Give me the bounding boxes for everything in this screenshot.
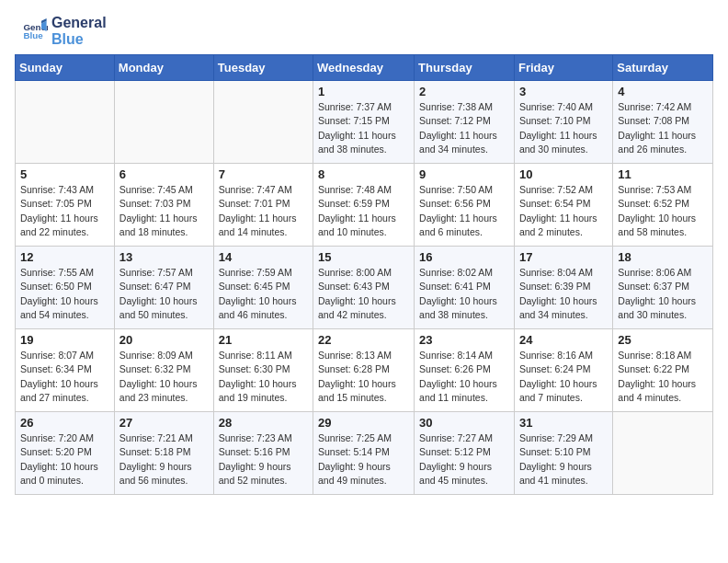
calendar-cell: 23Sunrise: 8:14 AM Sunset: 6:26 PM Dayli… (415, 329, 515, 412)
calendar-cell: 21Sunrise: 8:11 AM Sunset: 6:30 PM Dayli… (213, 329, 313, 412)
day-number: 27 (119, 416, 209, 430)
day-number: 9 (419, 167, 509, 181)
day-number: 19 (20, 333, 109, 347)
logo-blue: Blue (51, 31, 107, 48)
day-info: Sunrise: 8:06 AM Sunset: 6:37 PM Dayligh… (618, 266, 708, 322)
header: General Blue General Blue (0, 0, 728, 54)
weekday-header-sunday: Sunday (16, 55, 115, 81)
day-info: Sunrise: 8:11 AM Sunset: 6:30 PM Dayligh… (219, 349, 308, 405)
day-info: Sunrise: 7:50 AM Sunset: 6:56 PM Dayligh… (419, 183, 509, 239)
day-number: 23 (419, 333, 509, 347)
day-info: Sunrise: 8:07 AM Sunset: 6:34 PM Dayligh… (20, 349, 109, 405)
day-number: 25 (618, 333, 708, 347)
day-number: 7 (219, 167, 308, 181)
weekday-header-friday: Friday (514, 55, 612, 81)
day-number: 18 (618, 250, 708, 264)
weekday-header-monday: Monday (114, 55, 213, 81)
day-number: 24 (519, 333, 608, 347)
calendar-cell: 15Sunrise: 8:00 AM Sunset: 6:43 PM Dayli… (313, 247, 415, 329)
day-info: Sunrise: 7:23 AM Sunset: 5:16 PM Dayligh… (219, 431, 308, 488)
calendar-cell: 4Sunrise: 7:42 AM Sunset: 7:08 PM Daylig… (613, 81, 713, 164)
weekday-header-tuesday: Tuesday (213, 55, 313, 81)
weekday-header-thursday: Thursday (415, 55, 515, 81)
calendar-week-row: 1Sunrise: 7:37 AM Sunset: 7:15 PM Daylig… (16, 81, 713, 164)
calendar-cell: 3Sunrise: 7:40 AM Sunset: 7:10 PM Daylig… (514, 81, 612, 164)
calendar-cell: 14Sunrise: 7:59 AM Sunset: 6:45 PM Dayli… (213, 247, 313, 329)
calendar-cell: 2Sunrise: 7:38 AM Sunset: 7:12 PM Daylig… (415, 81, 515, 164)
calendar-cell: 26Sunrise: 7:20 AM Sunset: 5:20 PM Dayli… (16, 412, 115, 495)
day-number: 22 (318, 333, 409, 347)
day-info: Sunrise: 8:04 AM Sunset: 6:39 PM Dayligh… (519, 266, 608, 322)
day-number: 17 (519, 250, 608, 264)
calendar-cell: 29Sunrise: 7:25 AM Sunset: 5:14 PM Dayli… (313, 412, 415, 495)
day-number: 2 (419, 85, 509, 98)
calendar-cell: 31Sunrise: 7:29 AM Sunset: 5:10 PM Dayli… (514, 412, 612, 495)
calendar-cell: 17Sunrise: 8:04 AM Sunset: 6:39 PM Dayli… (514, 247, 612, 329)
day-info: Sunrise: 7:57 AM Sunset: 6:47 PM Dayligh… (119, 266, 209, 322)
day-number: 8 (318, 167, 409, 181)
day-info: Sunrise: 7:48 AM Sunset: 6:59 PM Dayligh… (318, 183, 409, 239)
calendar-cell: 24Sunrise: 8:16 AM Sunset: 6:24 PM Dayli… (514, 329, 612, 412)
day-info: Sunrise: 7:29 AM Sunset: 5:10 PM Dayligh… (519, 431, 608, 488)
calendar-cell: 11Sunrise: 7:53 AM Sunset: 6:52 PM Dayli… (613, 164, 713, 247)
day-info: Sunrise: 8:16 AM Sunset: 6:24 PM Dayligh… (519, 349, 608, 405)
day-info: Sunrise: 7:37 AM Sunset: 7:15 PM Dayligh… (318, 100, 409, 156)
day-info: Sunrise: 7:21 AM Sunset: 5:18 PM Dayligh… (119, 431, 209, 488)
calendar-cell: 25Sunrise: 8:18 AM Sunset: 6:22 PM Dayli… (613, 329, 713, 412)
day-info: Sunrise: 7:55 AM Sunset: 6:50 PM Dayligh… (20, 266, 109, 322)
day-info: Sunrise: 8:14 AM Sunset: 6:26 PM Dayligh… (419, 349, 509, 405)
day-number: 16 (419, 250, 509, 264)
calendar-week-row: 12Sunrise: 7:55 AM Sunset: 6:50 PM Dayli… (16, 247, 713, 329)
calendar-cell: 22Sunrise: 8:13 AM Sunset: 6:28 PM Dayli… (313, 329, 415, 412)
calendar-cell: 13Sunrise: 7:57 AM Sunset: 6:47 PM Dayli… (114, 247, 213, 329)
calendar-cell: 9Sunrise: 7:50 AM Sunset: 6:56 PM Daylig… (415, 164, 515, 247)
calendar-cell: 10Sunrise: 7:52 AM Sunset: 6:54 PM Dayli… (514, 164, 612, 247)
day-number: 11 (618, 167, 708, 181)
day-number: 20 (119, 333, 209, 347)
calendar-week-row: 5Sunrise: 7:43 AM Sunset: 7:05 PM Daylig… (16, 164, 713, 247)
calendar-cell: 18Sunrise: 8:06 AM Sunset: 6:37 PM Dayli… (613, 247, 713, 329)
calendar-cell: 27Sunrise: 7:21 AM Sunset: 5:18 PM Dayli… (114, 412, 213, 495)
day-info: Sunrise: 8:18 AM Sunset: 6:22 PM Dayligh… (618, 349, 708, 405)
calendar-cell (16, 81, 115, 164)
day-number: 31 (519, 416, 608, 430)
day-number: 10 (519, 167, 608, 181)
calendar-cell: 20Sunrise: 8:09 AM Sunset: 6:32 PM Dayli… (114, 329, 213, 412)
calendar-table: SundayMondayTuesdayWednesdayThursdayFrid… (15, 54, 713, 495)
day-info: Sunrise: 7:59 AM Sunset: 6:45 PM Dayligh… (219, 266, 308, 322)
calendar-cell: 28Sunrise: 7:23 AM Sunset: 5:16 PM Dayli… (213, 412, 313, 495)
day-number: 26 (20, 416, 109, 430)
day-number: 12 (20, 250, 109, 264)
day-info: Sunrise: 7:43 AM Sunset: 7:05 PM Dayligh… (20, 183, 109, 239)
calendar-cell: 19Sunrise: 8:07 AM Sunset: 6:34 PM Dayli… (16, 329, 115, 412)
day-info: Sunrise: 8:02 AM Sunset: 6:41 PM Dayligh… (419, 266, 509, 322)
day-info: Sunrise: 8:09 AM Sunset: 6:32 PM Dayligh… (119, 349, 209, 405)
day-info: Sunrise: 7:38 AM Sunset: 7:12 PM Dayligh… (419, 100, 509, 156)
calendar-cell: 16Sunrise: 8:02 AM Sunset: 6:41 PM Dayli… (415, 247, 515, 329)
logo-icon: General Blue (22, 18, 48, 44)
calendar-cell (613, 412, 713, 495)
logo-general: General (51, 15, 107, 31)
calendar-week-row: 26Sunrise: 7:20 AM Sunset: 5:20 PM Dayli… (16, 412, 713, 495)
day-number: 13 (119, 250, 209, 264)
svg-text:Blue: Blue (23, 30, 43, 40)
day-info: Sunrise: 7:45 AM Sunset: 7:03 PM Dayligh… (119, 183, 209, 239)
day-info: Sunrise: 7:53 AM Sunset: 6:52 PM Dayligh… (618, 183, 708, 239)
day-number: 28 (219, 416, 308, 430)
day-number: 1 (318, 85, 409, 98)
calendar-cell: 6Sunrise: 7:45 AM Sunset: 7:03 PM Daylig… (114, 164, 213, 247)
day-info: Sunrise: 7:27 AM Sunset: 5:12 PM Dayligh… (419, 431, 509, 488)
calendar-cell: 12Sunrise: 7:55 AM Sunset: 6:50 PM Dayli… (16, 247, 115, 329)
logo: General Blue General Blue (22, 15, 107, 47)
day-info: Sunrise: 8:00 AM Sunset: 6:43 PM Dayligh… (318, 266, 409, 322)
weekday-header-saturday: Saturday (613, 55, 713, 81)
weekday-header-row: SundayMondayTuesdayWednesdayThursdayFrid… (16, 55, 713, 81)
calendar-wrapper: SundayMondayTuesdayWednesdayThursdayFrid… (0, 54, 728, 510)
weekday-header-wednesday: Wednesday (313, 55, 415, 81)
day-number: 14 (219, 250, 308, 264)
calendar-cell: 1Sunrise: 7:37 AM Sunset: 7:15 PM Daylig… (313, 81, 415, 164)
calendar-cell (213, 81, 313, 164)
day-number: 5 (20, 167, 109, 181)
calendar-cell: 30Sunrise: 7:27 AM Sunset: 5:12 PM Dayli… (415, 412, 515, 495)
day-number: 21 (219, 333, 308, 347)
